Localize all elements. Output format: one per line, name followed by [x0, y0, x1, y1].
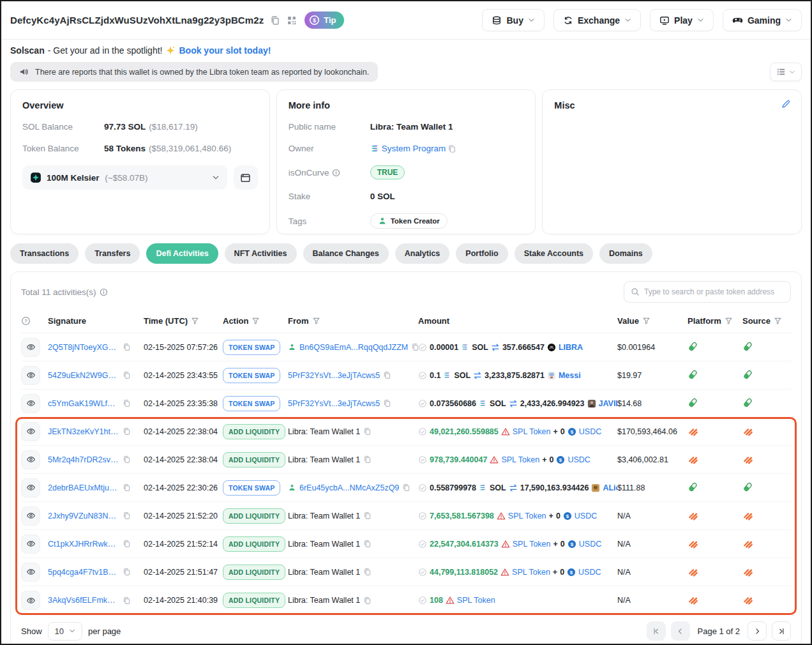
- spl-token-link[interactable]: SPL Token: [508, 512, 546, 520]
- copy-icon[interactable]: [363, 596, 372, 605]
- source-meteora-icon[interactable]: [742, 425, 753, 438]
- filter-icon[interactable]: [774, 317, 782, 325]
- source-meteora-icon[interactable]: [742, 453, 753, 466]
- copy-icon[interactable]: [383, 399, 391, 407]
- copy-icon[interactable]: [270, 15, 280, 26]
- edit-misc-button[interactable]: [781, 99, 791, 111]
- copy-icon[interactable]: [363, 512, 372, 520]
- preview-button[interactable]: [21, 394, 40, 413]
- token-b-link[interactable]: LIBRA: [559, 343, 583, 352]
- page-size-select[interactable]: 10: [48, 622, 82, 641]
- filter-icon[interactable]: [191, 317, 199, 325]
- qr-code-icon[interactable]: [287, 15, 297, 26]
- question-circle-icon[interactable]: ?: [21, 316, 31, 326]
- exchange-button[interactable]: Exchange: [553, 9, 641, 31]
- copy-icon[interactable]: [123, 596, 131, 605]
- spl-token-link[interactable]: SPL Token: [457, 596, 495, 605]
- signature-link[interactable]: 5pq4cga4F7tv1BU2z...: [48, 568, 119, 577]
- from-link[interactable]: 5PrF32YsVt...3eJjTAcws5: [288, 399, 380, 408]
- filter-icon[interactable]: [312, 317, 320, 325]
- prev-page-button[interactable]: [671, 621, 690, 641]
- preview-button[interactable]: [21, 591, 40, 610]
- usdc-link[interactable]: USDC: [578, 568, 601, 577]
- spl-token-link[interactable]: SPL Token: [513, 427, 551, 436]
- copy-icon[interactable]: [123, 568, 131, 576]
- platform-meteora-icon[interactable]: [688, 510, 698, 522]
- search-input[interactable]: [644, 287, 784, 296]
- signature-link[interactable]: 3AkqVs6fELFmk8wp...: [48, 596, 119, 605]
- signature-link[interactable]: 2Q5T8jNToeyXGZWL...: [48, 343, 119, 352]
- token-b-link[interactable]: Messi: [559, 371, 581, 380]
- source-meteora-icon[interactable]: [742, 510, 753, 522]
- usdc-link[interactable]: USDC: [579, 540, 601, 549]
- copy-icon[interactable]: [123, 343, 131, 351]
- platform-pump-icon[interactable]: [688, 369, 698, 382]
- platform-meteora-icon[interactable]: [688, 425, 698, 438]
- usdc-link[interactable]: USDC: [575, 512, 597, 520]
- spl-token-link[interactable]: SPL Token: [513, 540, 551, 549]
- copy-icon[interactable]: [383, 371, 391, 379]
- preview-button[interactable]: [21, 450, 40, 469]
- tab-domains[interactable]: Domains: [599, 243, 652, 264]
- copy-icon[interactable]: [123, 399, 131, 407]
- signature-link[interactable]: c5YmGaK19WLfTG1...: [48, 399, 119, 408]
- platform-meteora-icon[interactable]: [688, 594, 698, 607]
- usdc-link[interactable]: USDC: [568, 455, 590, 464]
- source-pump-icon[interactable]: [742, 482, 753, 494]
- spl-token-link[interactable]: SPL Token: [501, 455, 539, 464]
- copy-icon[interactable]: [363, 568, 372, 576]
- source-meteora-icon[interactable]: [742, 594, 753, 607]
- copy-icon[interactable]: [363, 455, 372, 464]
- preview-button[interactable]: [21, 422, 40, 441]
- buy-button[interactable]: Buy: [482, 9, 544, 31]
- copy-icon[interactable]: [123, 427, 131, 436]
- copy-icon[interactable]: [123, 540, 131, 548]
- gaming-button[interactable]: Gaming: [723, 9, 802, 31]
- preview-button[interactable]: [21, 506, 40, 526]
- preview-button[interactable]: [21, 563, 40, 582]
- platform-meteora-icon[interactable]: [688, 566, 698, 579]
- tab-defi-activities[interactable]: Defi Activities: [146, 243, 218, 264]
- next-page-button[interactable]: [748, 621, 767, 641]
- filter-icon[interactable]: [642, 317, 650, 325]
- signature-link[interactable]: 54Z9uEkN2W9GZC7...: [48, 371, 119, 380]
- first-page-button[interactable]: [647, 621, 666, 641]
- tab-balance-changes[interactable]: Balance Changes: [303, 243, 389, 264]
- copy-icon[interactable]: [363, 540, 372, 548]
- token-holdings-dropdown[interactable]: 100M Kelsier (~$58.07B): [22, 165, 227, 190]
- signature-link[interactable]: JEkTN3zeKvY1htpeS...: [48, 427, 119, 436]
- signature-link[interactable]: Ct1pkXJHRrRwkN9G...: [48, 540, 119, 549]
- tip-button[interactable]: $ Tip: [304, 11, 343, 29]
- platform-pump-icon[interactable]: [688, 341, 698, 354]
- spl-token-link[interactable]: SPL Token: [512, 568, 550, 577]
- ad-cta-link[interactable]: Book your slot today!: [179, 45, 271, 56]
- from-link[interactable]: 5PrF32YsVt...3eJjTAcws5: [288, 371, 380, 380]
- from-link[interactable]: 6rEu45ycbA...NMcAxZ5zQ9: [299, 483, 399, 492]
- token-b-link[interactable]: ALion: [603, 483, 617, 492]
- tab-transfers[interactable]: Transfers: [85, 243, 140, 264]
- signature-link[interactable]: 2Jxhy9VZuN83NqCp...: [48, 512, 119, 520]
- preview-button[interactable]: [21, 478, 40, 497]
- tab-portfolio[interactable]: Portfolio: [456, 243, 508, 264]
- signature-link[interactable]: 2debrBAEUxMtjuEt5...: [48, 483, 119, 492]
- owner-link[interactable]: System Program: [382, 144, 446, 153]
- platform-pump-icon[interactable]: [688, 397, 698, 410]
- filter-icon[interactable]: [725, 317, 733, 325]
- from-link[interactable]: Bn6QS9aEmA...RqqQqdJZZM: [299, 343, 408, 352]
- source-pump-icon[interactable]: [742, 397, 753, 410]
- copy-icon[interactable]: [123, 455, 131, 464]
- preview-button[interactable]: [21, 535, 40, 554]
- platform-meteora-icon[interactable]: [688, 538, 698, 550]
- portfolio-button[interactable]: [234, 165, 258, 190]
- signature-link[interactable]: 5Mr2q4h7rDR2svCW...: [48, 455, 119, 464]
- copy-icon[interactable]: [447, 144, 456, 153]
- copy-icon[interactable]: [402, 483, 410, 492]
- copy-icon[interactable]: [123, 483, 131, 492]
- source-meteora-icon[interactable]: [742, 538, 753, 550]
- last-page-button[interactable]: [772, 621, 791, 641]
- token-creator-tag[interactable]: Token Creator: [370, 213, 447, 229]
- source-meteora-icon[interactable]: [742, 566, 753, 579]
- tab-transactions[interactable]: Transactions: [10, 243, 79, 264]
- source-pump-icon[interactable]: [742, 341, 753, 354]
- tab-stake-accounts[interactable]: Stake Accounts: [515, 243, 593, 264]
